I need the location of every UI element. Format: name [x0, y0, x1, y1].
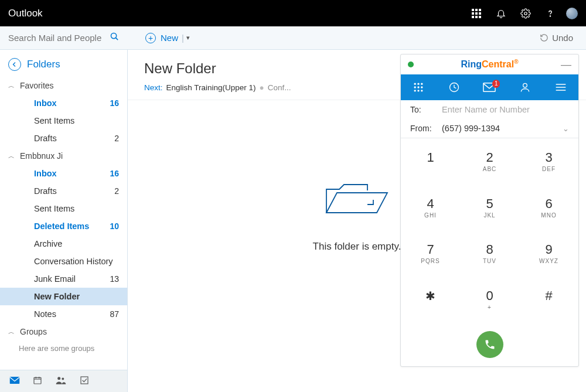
- folder-item[interactable]: Junk Email13: [0, 270, 127, 288]
- svg-point-29: [418, 86, 420, 88]
- messages-badge: 1: [492, 80, 500, 88]
- to-row: To:: [401, 100, 578, 119]
- content-area: New Folder Filter ⌄ Next: English Traini…: [128, 50, 586, 392]
- folder-item[interactable]: Deleted Items10: [0, 217, 127, 235]
- svg-rect-2: [479, 9, 481, 11]
- caret-icon: ︿: [8, 81, 16, 90]
- people-icon[interactable]: [55, 376, 67, 387]
- dial-key[interactable]: 9WXYZ: [519, 231, 578, 277]
- search-input[interactable]: [8, 33, 102, 43]
- dial-key[interactable]: 0+: [460, 277, 519, 323]
- svg-point-11: [111, 33, 116, 38]
- user-avatar[interactable]: [566, 8, 578, 19]
- empty-folder-icon: [322, 176, 392, 217]
- svg-rect-3: [472, 12, 474, 15]
- svg-point-19: [62, 377, 64, 380]
- svg-rect-14: [34, 377, 41, 384]
- rc-nav: 1: [401, 74, 578, 100]
- dial-key[interactable]: 2ABC: [460, 138, 519, 185]
- folder-item[interactable]: New Folder: [0, 288, 127, 305]
- chevron-down-icon[interactable]: ⌄: [563, 124, 569, 133]
- folder-item[interactable]: Sent Items: [0, 112, 127, 129]
- svg-point-28: [414, 86, 416, 88]
- back-icon[interactable]: [8, 58, 21, 71]
- folder-item[interactable]: Notes87: [0, 305, 127, 323]
- dial-key[interactable]: 5JKL: [460, 185, 519, 231]
- folder-item[interactable]: Conversation History: [0, 253, 127, 270]
- folders-label: Folders: [27, 59, 60, 70]
- ringcentral-panel: RingCentral® — 1: [400, 54, 579, 367]
- svg-point-31: [414, 90, 416, 91]
- folder-item[interactable]: Drafts2: [0, 182, 127, 200]
- svg-rect-0: [472, 9, 474, 11]
- notifications-icon[interactable]: [489, 0, 513, 26]
- groups-note: Here are some groups: [0, 340, 127, 356]
- svg-point-30: [421, 86, 423, 88]
- new-label: New: [161, 33, 178, 43]
- caret-icon: ︿: [8, 328, 16, 336]
- mail-icon[interactable]: [9, 376, 20, 387]
- svg-point-32: [418, 90, 420, 91]
- folder-item[interactable]: Drafts2: [0, 129, 127, 147]
- svg-rect-13: [10, 377, 20, 384]
- from-row[interactable]: From: ⌄: [401, 119, 578, 138]
- svg-rect-8: [479, 16, 481, 18]
- svg-rect-4: [475, 12, 478, 15]
- svg-rect-7: [475, 16, 478, 18]
- contacts-tab-icon[interactable]: [513, 81, 537, 93]
- svg-rect-5: [479, 12, 481, 15]
- svg-point-36: [523, 83, 527, 87]
- folder-title: New Folder: [144, 60, 216, 77]
- history-tab-icon[interactable]: [442, 81, 466, 93]
- svg-point-27: [421, 83, 423, 85]
- calendar-icon[interactable]: [33, 376, 42, 387]
- undo-button[interactable]: Undo: [540, 33, 573, 43]
- dial-key[interactable]: 1: [401, 138, 460, 185]
- chevron-down-icon[interactable]: ▾: [186, 34, 190, 42]
- app-launcher-icon[interactable]: [464, 0, 489, 26]
- app-title: Outlook: [8, 8, 43, 19]
- dial-key[interactable]: 8TUV: [460, 231, 519, 277]
- messages-tab-icon[interactable]: 1: [478, 82, 501, 93]
- dial-key[interactable]: 6MNO: [519, 185, 578, 231]
- dialpad-tab-icon[interactable]: [407, 81, 430, 93]
- dial-key[interactable]: 4GHI: [401, 185, 460, 231]
- svg-line-12: [116, 38, 118, 40]
- toolbar: + New | ▾ Undo: [0, 26, 586, 50]
- folder-item[interactable]: Inbox16: [0, 165, 127, 182]
- dialpad: 12ABC3DEF4GHI5JKL6MNO7PQRS8TUV9WXYZ✱0+#: [401, 138, 578, 323]
- dial-key[interactable]: 3DEF: [519, 138, 578, 185]
- svg-rect-1: [475, 9, 478, 11]
- folder-item[interactable]: Sent Items: [0, 200, 127, 217]
- section-account[interactable]: ︿ Embbnux Ji: [0, 147, 127, 165]
- undo-label: Undo: [552, 33, 573, 43]
- svg-point-26: [418, 83, 420, 85]
- tasks-icon[interactable]: [80, 376, 89, 387]
- search-icon[interactable]: [110, 32, 120, 44]
- section-groups[interactable]: ︿ Groups: [0, 323, 127, 340]
- dial-key[interactable]: #: [519, 277, 578, 323]
- app-topbar: Outlook: [0, 0, 586, 26]
- svg-point-10: [550, 15, 550, 16]
- menu-icon[interactable]: [549, 83, 573, 92]
- sidebar: Folders ︿ Favorites Inbox16Sent ItemsDra…: [0, 50, 128, 392]
- new-button[interactable]: + New | ▾: [145, 33, 190, 43]
- call-button[interactable]: [476, 331, 503, 358]
- settings-icon[interactable]: [513, 0, 538, 26]
- folder-item[interactable]: Inbox16: [0, 94, 127, 112]
- dial-key[interactable]: ✱: [401, 277, 460, 323]
- help-icon[interactable]: [538, 0, 563, 26]
- svg-point-9: [524, 12, 527, 15]
- bottom-rail: [0, 370, 127, 392]
- dial-key[interactable]: 7PQRS: [401, 231, 460, 277]
- svg-point-33: [421, 90, 423, 91]
- svg-rect-6: [472, 16, 474, 18]
- section-favorites[interactable]: ︿ Favorites: [0, 77, 127, 94]
- folders-header[interactable]: Folders: [0, 50, 127, 77]
- caret-icon: ︿: [8, 152, 16, 161]
- folder-item[interactable]: Archive: [0, 235, 127, 253]
- to-input[interactable]: [442, 105, 569, 114]
- from-input[interactable]: [442, 124, 563, 133]
- search-box[interactable]: [0, 26, 128, 49]
- svg-rect-20: [81, 377, 88, 384]
